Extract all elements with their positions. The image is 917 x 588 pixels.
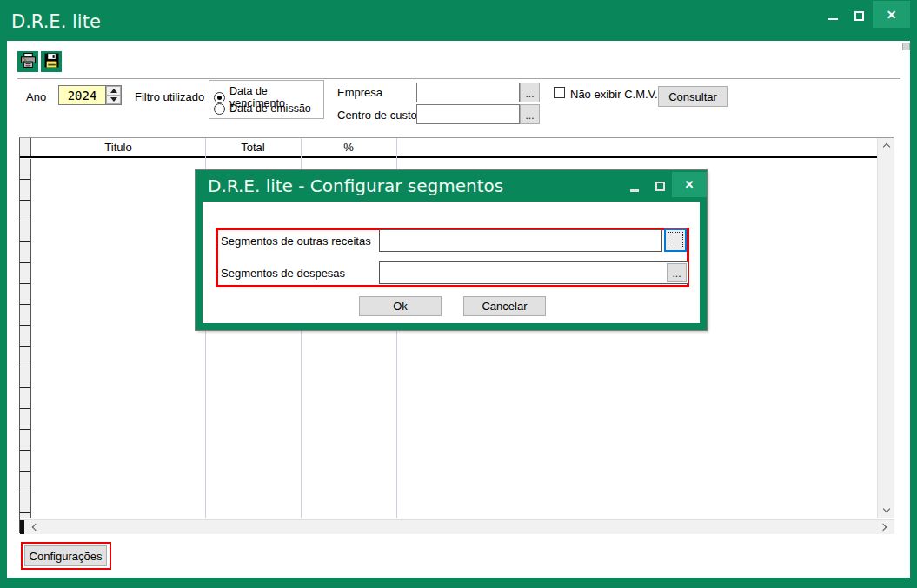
horizontal-scrollbar[interactable] [20,519,894,534]
save-button[interactable] [41,51,62,72]
segmentos-outras-receitas-input[interactable] [380,230,661,251]
segmentos-despesas-input[interactable] [380,262,688,283]
year-spin-buttons [105,86,121,104]
segmentos-outras-receitas-browse-button[interactable] [664,228,687,252]
chevron-right-icon [879,524,886,531]
window-title: D.R.E. lite [11,11,101,32]
arrow-up-icon [110,89,117,93]
segmentos-outras-receitas-input-wrap [379,229,662,252]
segmentos-despesas-label: Segmentos de despesas [221,267,345,280]
centro-custo-browse-button[interactable]: ... [520,104,540,124]
chevron-up-icon [882,143,889,150]
minimize-icon[interactable] [828,18,838,20]
cancelar-label: Cancelar [482,300,527,313]
dialog-title: D.R.E. lite - Configurar segmentos [208,175,503,196]
nao-exibir-cmv-checkbox[interactable] [554,87,565,98]
empresa-browse-button[interactable]: ... [520,83,540,102]
printer-icon [21,53,36,70]
radio-data-emissao[interactable]: Data de emissão [214,102,311,115]
radio-icon[interactable] [214,92,225,103]
vertical-scrollbar[interactable] [877,138,894,518]
dialog-body: Segmentos de outras receitas Segmentos d… [203,202,700,323]
filtro-utilizado-label: Filtro utilizado [135,90,204,103]
print-button[interactable] [17,51,38,72]
header-underline [20,156,877,158]
empresa-input-wrap [416,83,520,102]
scroll-down-button[interactable] [878,503,894,518]
radio-label: Data de emissão [229,102,311,115]
year-input[interactable] [59,86,105,104]
column-header-total[interactable]: Total [205,141,301,154]
dialog-close-button[interactable]: ✕ [672,172,707,197]
ok-button[interactable]: Ok [359,296,442,316]
grid-row-header-column[interactable] [20,159,31,518]
ano-label: Ano [26,90,46,103]
chevron-left-icon [31,524,38,531]
centro-custo-label: Centro de custo [337,109,417,122]
scroll-right-button[interactable] [875,520,893,534]
arrow-down-icon [110,97,117,102]
segmentos-despesas-browse-button[interactable]: ... [667,263,687,282]
dialog-maximize-icon[interactable] [655,182,665,191]
toolbar-separator [17,78,900,80]
centro-custo-input-wrap [416,104,520,124]
radio-icon[interactable] [214,103,225,115]
chevron-down-icon [882,505,889,512]
year-spinner [58,85,122,105]
empresa-label: Empresa [337,86,382,99]
empresa-input[interactable] [417,83,519,102]
close-button[interactable]: ✕ [873,1,910,28]
spin-up-button[interactable] [106,86,121,96]
centro-custo-input[interactable] [417,105,519,123]
horizontal-scroll-thumb[interactable] [20,520,24,534]
column-header-titulo[interactable]: Titulo [31,141,205,154]
cancelar-button[interactable]: Cancelar [463,296,546,316]
nao-exibir-cmv-label: Não exibir C.M.V. [570,88,658,101]
segmentos-despesas-input-wrap [379,261,688,284]
maximize-icon[interactable] [854,11,864,21]
scroll-up-button[interactable] [878,138,894,153]
close-icon: ✕ [887,8,897,22]
save-floppy-icon [44,53,59,70]
panel-grip [902,43,910,50]
ok-label: Ok [393,300,408,313]
filtro-radio-group: Data de vencimento Data de emissão [209,80,324,119]
segmentos-outras-receitas-label: Segmentos de outras receitas [221,235,371,248]
configurar-segmentos-dialog: D.R.E. lite - Configurar segmentos ✕ Seg… [196,170,707,330]
configuracoes-button[interactable]: Configurações [24,545,107,566]
dialog-minimize-icon[interactable] [630,189,639,192]
scroll-left-button[interactable] [25,520,43,534]
consultar-label: Consultar [668,90,717,103]
spin-down-button[interactable] [106,96,121,105]
dialog-close-icon: ✕ [685,178,694,191]
configuracoes-label: Configurações [30,550,103,563]
consultar-button[interactable]: Consultar [658,86,728,107]
grid-corner-cell[interactable] [20,138,31,157]
column-header-percent[interactable]: % [301,141,396,154]
